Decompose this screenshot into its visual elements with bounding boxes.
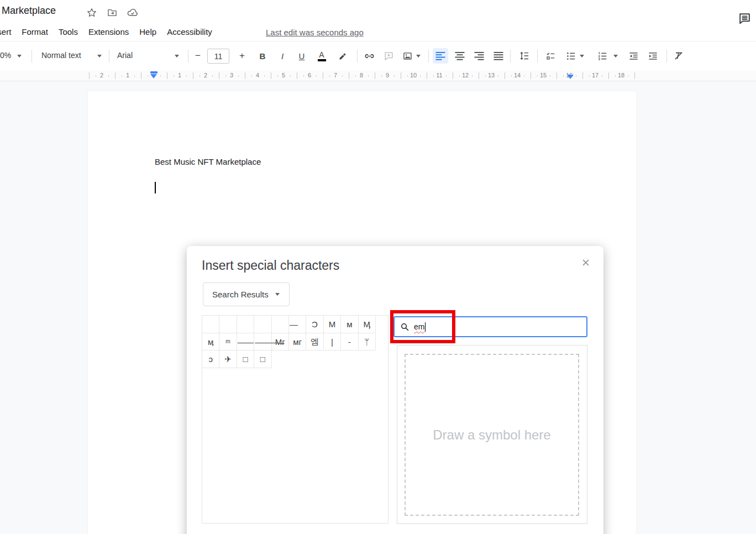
zoom-value[interactable]: 0% [0, 51, 11, 60]
character-search-box[interactable]: em [393, 316, 587, 337]
add-comment-button[interactable] [381, 48, 396, 64]
align-center-button[interactable] [452, 48, 468, 64]
special-character-cell[interactable]: ӎ [202, 333, 219, 351]
bulleted-list-caret-icon[interactable] [580, 55, 584, 60]
insert-link-button[interactable] [361, 48, 377, 64]
decrease-indent-button[interactable] [626, 48, 641, 64]
ruler-tick [485, 75, 486, 77]
special-character-cell[interactable]: м [341, 316, 358, 333]
menu-item-nsert[interactable]: nsert [0, 27, 11, 36]
numbered-list-button[interactable]: 123 [595, 48, 610, 64]
special-character-cell[interactable]: —— [237, 333, 254, 351]
first-line-indent-marker[interactable] [150, 71, 158, 74]
bold-button[interactable]: B [255, 48, 270, 64]
insert-image-caret-icon[interactable] [416, 55, 421, 60]
special-character-cell[interactable] [272, 316, 289, 333]
numbered-list-caret-icon[interactable] [613, 55, 618, 60]
align-left-button[interactable] [433, 48, 448, 64]
font-dropdown-caret-icon[interactable] [175, 55, 179, 60]
special-character-cell[interactable]: 엠 [306, 333, 323, 351]
italic-button[interactable]: I [275, 48, 290, 64]
last-edit-status[interactable]: Last edit was seconds ago [266, 28, 364, 37]
styles-dropdown-caret-icon[interactable] [97, 55, 102, 60]
special-character-cell[interactable]: ᵐ [219, 333, 237, 351]
app-window: Marketplace nsertFormatToolsExtensionsHe… [0, 0, 756, 534]
ruler-tick [174, 75, 174, 77]
special-character-cell[interactable]: - [341, 333, 358, 351]
font-family-value[interactable]: Arial [117, 51, 133, 60]
comment-history-icon[interactable] [737, 11, 752, 25]
menu-item-extensions[interactable]: Extensions [88, 27, 129, 36]
highlight-color-button[interactable] [335, 48, 350, 64]
draw-placeholder-text: Draw a symbol here [433, 427, 550, 443]
move-folder-icon[interactable] [106, 7, 118, 19]
ruler-tick [193, 72, 193, 79]
menu-item-accessibility[interactable]: Accessibility [167, 27, 212, 36]
special-character-cell[interactable]: | [324, 333, 341, 351]
paragraph-style-value[interactable]: Normal text [41, 51, 81, 60]
menu-item-tools[interactable]: Tools [59, 27, 78, 36]
ruler-tick [167, 72, 167, 79]
ruler-tick [89, 72, 90, 79]
font-size-input[interactable]: 11 [207, 49, 229, 64]
special-character-cell[interactable]: Ɔ [306, 316, 323, 333]
special-character-cell[interactable] [202, 316, 219, 333]
ruler-tick [122, 75, 122, 77]
checklist-button[interactable] [543, 48, 558, 64]
document-text[interactable]: Best Music NFT Marketplace [155, 157, 261, 166]
ruler-number: 3 [230, 72, 233, 78]
close-icon[interactable] [578, 255, 594, 270]
special-character-cell[interactable]: М [324, 316, 341, 333]
search-input-value[interactable]: em [414, 322, 424, 331]
category-dropdown[interactable]: Search Results [203, 282, 290, 306]
star-icon[interactable] [86, 7, 98, 19]
ruler-tick [375, 72, 375, 79]
insert-image-button[interactable] [400, 48, 415, 64]
bulleted-list-button[interactable] [563, 48, 579, 64]
ruler-tick [381, 75, 382, 77]
line-spacing-button[interactable] [517, 48, 532, 64]
ruler-number: 2 [204, 72, 207, 78]
underline-button[interactable]: U [294, 48, 309, 64]
ruler-tick [186, 75, 187, 77]
cloud-saved-icon[interactable] [127, 7, 139, 19]
special-character-cell[interactable]: ✈ [219, 350, 237, 368]
special-character-cell[interactable]: Ӎ [359, 316, 376, 333]
char-grid-row: ӎᵐ—————М̶ᴦмᴦ엠|-ᛘ [202, 333, 388, 351]
ruler-tick [264, 75, 265, 77]
decrease-font-size-button[interactable]: − [190, 48, 206, 64]
ruler-number: 9 [386, 72, 389, 78]
special-character-cell[interactable]: ——— [254, 333, 271, 351]
ruler-tick [368, 75, 369, 77]
text-color-button[interactable]: A [314, 48, 329, 64]
draw-symbol-canvas[interactable]: Draw a symbol here [405, 354, 579, 516]
special-character-cell[interactable]: ᛘ [359, 333, 376, 351]
increase-indent-button[interactable] [645, 48, 660, 64]
special-character-cell[interactable]: мᴦ [289, 333, 306, 351]
zoom-dropdown-caret-icon[interactable] [17, 55, 22, 60]
ruler-tick [433, 75, 434, 77]
ruler-number: 14 [514, 72, 521, 78]
clear-formatting-button[interactable] [671, 48, 686, 64]
special-character-cell[interactable] [237, 316, 254, 333]
ruler-tick [329, 75, 330, 77]
ruler[interactable]: 21123456789101112131415161718 [0, 70, 756, 81]
left-indent-marker[interactable] [150, 71, 158, 78]
ruler-number: 10 [410, 72, 417, 78]
special-character-cell[interactable]: □ [254, 350, 271, 368]
special-character-cell[interactable]: — [289, 316, 306, 333]
increase-font-size-button[interactable]: + [234, 48, 250, 64]
special-character-cell[interactable]: □ [237, 350, 254, 368]
menu-item-format[interactable]: Format [22, 27, 48, 36]
special-character-cell[interactable]: ɔ [202, 350, 219, 368]
justify-button[interactable] [491, 48, 506, 64]
ruler-tick [453, 72, 453, 79]
align-right-button[interactable] [471, 48, 487, 64]
menu-item-help[interactable]: Help [139, 27, 156, 36]
special-character-cell[interactable] [219, 316, 237, 333]
right-indent-marker[interactable] [567, 74, 574, 79]
special-character-cell[interactable] [254, 316, 271, 333]
dialog-title: Insert special characters [202, 258, 339, 273]
ruler-number: 5 [282, 72, 285, 78]
document-title[interactable]: Marketplace [2, 5, 56, 17]
